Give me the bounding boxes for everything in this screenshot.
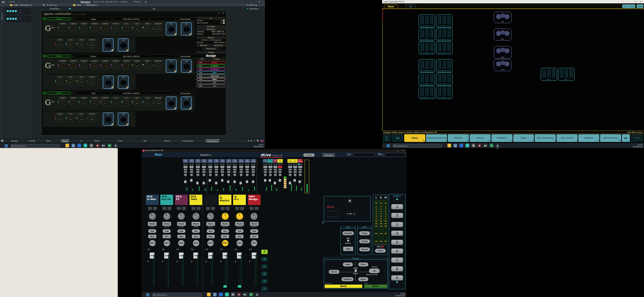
prio-auto-badge[interactable]: Prio - Auto xyxy=(622,4,635,8)
strip-pafl-button[interactable] xyxy=(269,174,272,176)
port-g_direct[interactable]: G_Direct5 xyxy=(100,97,110,106)
two-columns-toggle[interactable] xyxy=(220,22,225,24)
channel-strip[interactable]: PAFLWedgeMuteDCASelMixPAFL10–0– xyxy=(248,195,261,286)
port-lan[interactable]: Lan13 xyxy=(76,113,86,122)
fader-cap[interactable] xyxy=(246,180,248,183)
meter-bridge-strip[interactable]: Ip>W8 xyxy=(226,159,231,192)
chrome-icon[interactable] xyxy=(453,144,457,147)
strip-fader[interactable] xyxy=(263,177,268,192)
fader-cap[interactable] xyxy=(289,182,291,185)
meter-bridge-strip[interactable]: Ip>W2 xyxy=(189,159,194,192)
meter-bridge-strip[interactable]: DCAOut Mo xyxy=(268,159,273,192)
port-g_moni[interactable]: G_Moni4 xyxy=(90,22,100,32)
scene-update-button[interactable]: Update xyxy=(341,277,354,281)
sel-button[interactable]: Sel xyxy=(235,229,244,233)
director-app-icon[interactable]: ▮ xyxy=(255,293,259,296)
channel-knob[interactable] xyxy=(193,213,200,220)
port-wan[interactable]: Wan9 xyxy=(143,22,153,32)
fader-cap[interactable] xyxy=(252,180,254,183)
mode-tab-config[interactable]: Config xyxy=(29,140,35,142)
preview-button[interactable]: Preview xyxy=(323,153,335,157)
channel-name[interactable]: IpN-1 xyxy=(233,195,246,205)
lake-module[interactable]: M12P MON FL V3.0 xyxy=(436,14,452,28)
fader-cap[interactable] xyxy=(264,179,266,182)
view-tab-eq[interactable]: EQ xyxy=(144,140,147,142)
port-knob[interactable]: 5 xyxy=(102,100,108,106)
port-knob[interactable]: 3 xyxy=(81,26,87,32)
fader-cap[interactable] xyxy=(203,182,205,185)
strip-sel-button[interactable] xyxy=(184,169,187,170)
strip-pafl-button[interactable] xyxy=(264,174,267,176)
strip-assign-keys[interactable] xyxy=(201,163,207,165)
pafl-button[interactable]: PAFL xyxy=(193,240,199,246)
amplifier-thumb[interactable] xyxy=(6,8,31,14)
search-input[interactable]: Rechercher xyxy=(10,144,60,148)
refresh-all-button[interactable]: Refresh All xyxy=(203,47,219,50)
view-tab-impedance[interactable]: Impedance xyxy=(182,140,193,142)
sel-button[interactable]: Sel xyxy=(163,229,171,233)
lake-module[interactable]: Mon 2 xyxy=(558,68,575,81)
strip-mute-button[interactable] xyxy=(214,166,218,168)
assign-keys[interactable] xyxy=(219,207,231,210)
strip-mute-button[interactable] xyxy=(227,166,231,168)
speakon-connector[interactable]: Tr16 xyxy=(181,96,192,110)
strip-pafl-button[interactable] xyxy=(294,174,297,176)
tab-amplifiers[interactable]: Amplifiers xyxy=(50,7,60,10)
view-tab-gain[interactable]: Gain xyxy=(118,140,123,142)
scene-store-button[interactable]: Store xyxy=(329,270,339,274)
mode-tab-design[interactable]: Design xyxy=(11,140,18,142)
excel-icon[interactable]: X xyxy=(249,293,253,296)
page-selector[interactable]: ▲1▼ xyxy=(383,134,391,142)
port-knob[interactable]: 7 xyxy=(123,63,129,69)
softkeys-up-icon[interactable]: ▲ xyxy=(389,197,405,200)
uk-flag-icon[interactable] xyxy=(260,140,264,142)
softkey-1[interactable]: 1 xyxy=(391,204,403,209)
device-ip[interactable]: 192.168.1.203/24 xyxy=(113,17,150,20)
strip-assign-keys[interactable] xyxy=(273,163,278,165)
speakon-connector[interactable]: Tr16 xyxy=(181,22,192,36)
softkey-8[interactable]: 8 xyxy=(391,266,403,271)
app-o-icon[interactable]: O xyxy=(231,293,235,296)
folder-icon[interactable] xyxy=(447,144,451,147)
port-g_moni[interactable]: G_Moni3 xyxy=(79,22,89,32)
port-knob[interactable]: 3 xyxy=(81,63,87,69)
strip-assign-keys[interactable] xyxy=(226,163,231,165)
port-g_direct[interactable]: G_Direct1 xyxy=(58,60,68,69)
strip-mute-button[interactable] xyxy=(263,166,267,168)
mute-button[interactable]: Mute xyxy=(221,222,229,226)
strip-assign-keys[interactable] xyxy=(220,163,225,165)
port-lan[interactable]: Lan9 xyxy=(143,97,153,106)
lake-module[interactable]: M12P MON FL V3.0 xyxy=(419,86,435,99)
strip-fader[interactable] xyxy=(189,177,194,192)
group-assign-row[interactable]: 104Lan! xyxy=(197,71,225,74)
strip-sel-button[interactable] xyxy=(264,169,267,170)
meter-bridge-strip[interactable]: IpMachi xyxy=(287,159,293,192)
strip-mute-button[interactable] xyxy=(251,166,255,168)
port-knob[interactable]: 13 xyxy=(78,79,85,86)
lake-module[interactable]: M12P MON FL V3.0 xyxy=(419,41,435,54)
tab-all[interactable]: All xyxy=(153,7,155,10)
meter-bridge-strip[interactable] xyxy=(282,159,288,188)
strip-fader[interactable] xyxy=(195,177,201,192)
speakon-connector[interactable]: Tr15 xyxy=(166,22,177,36)
meter-bridge-strip[interactable]: Ip>Sub3 xyxy=(245,159,250,192)
strip-sel-button[interactable] xyxy=(215,169,218,170)
pafl-button[interactable]: PAFL xyxy=(207,240,214,246)
strip-pafl-button[interactable] xyxy=(233,174,236,176)
strip-pafl-button[interactable] xyxy=(184,174,187,176)
sel-button[interactable]: Sel xyxy=(192,229,200,233)
meter-bridge-strip[interactable]: DCAIn Mon xyxy=(263,159,268,192)
meter-bridge-strip[interactable]: Ip>W6 xyxy=(214,159,219,192)
strip-mix-button[interactable] xyxy=(239,171,243,173)
port-clearcom[interactable]: Clearcom10 xyxy=(153,97,163,106)
meter-bridge-strip[interactable]: Ip>Sub 2 xyxy=(238,159,244,192)
strip-fader[interactable] xyxy=(268,177,273,192)
lake-button-quit-controller[interactable]: Quit ControllerF10 xyxy=(600,134,621,142)
fader-cap[interactable] xyxy=(184,180,186,183)
strip-mix-button[interactable] xyxy=(227,171,230,173)
commands-button[interactable]: Commands xyxy=(176,55,195,57)
folder-icon[interactable] xyxy=(207,293,211,296)
strip-sel-button[interactable] xyxy=(227,169,230,170)
port-g_direct[interactable]: G_Direct5 xyxy=(100,60,110,69)
folder-button[interactable]: Folder xyxy=(10,4,19,6)
